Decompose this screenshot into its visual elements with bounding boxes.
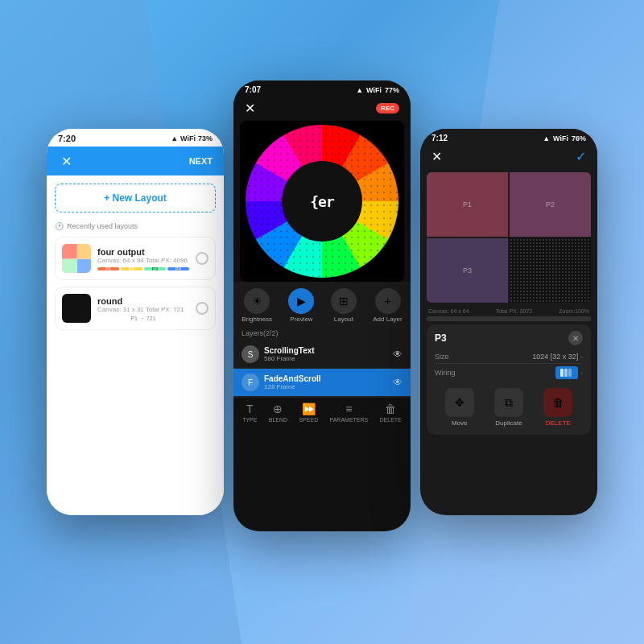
thumb-round xyxy=(62,294,91,323)
brightness-icon: ☀ xyxy=(244,288,270,314)
right-time: 7:12 xyxy=(431,134,448,142)
phones-container: 7:20 ▲ WiFi 73% ✕ NEXT + New Layout 🕐 Re… xyxy=(47,113,597,531)
zoom-level: Zoom:100% xyxy=(559,308,589,314)
layer-eye-fade[interactable]: 👁 xyxy=(393,377,402,388)
wiring-value[interactable]: › xyxy=(555,366,583,379)
layer-fade-scroll[interactable]: F FadeAndScroll 128 Frame 👁 xyxy=(233,369,411,397)
layer-scrolling-text[interactable]: S ScrollingText 580 Frame 👁 xyxy=(233,341,411,369)
led-display: {er xyxy=(240,121,404,282)
layout-name-round: round xyxy=(97,296,189,306)
right-status-icons: ▲ WiFi 76% xyxy=(543,134,586,142)
parameters-icon: ≡ xyxy=(345,402,352,415)
toolbar-preview[interactable]: ▶ Preview xyxy=(288,288,314,323)
total-px: Total PX: 3072 xyxy=(496,308,533,314)
layout-radio-round[interactable] xyxy=(196,302,208,315)
color-bar-p1: P1 xyxy=(97,267,119,270)
toolbar-row: ☀ Brightness ▶ Preview ⊞ Layout + Add La… xyxy=(233,282,411,326)
mid-top-bar: ✕ REC xyxy=(233,97,411,121)
type-label: TYPE xyxy=(242,417,257,423)
canvas-scrollbar[interactable] xyxy=(427,316,591,321)
preview-label: Preview xyxy=(290,316,312,323)
mid-time: 7:07 xyxy=(245,85,261,94)
color-bar-p2: P2 xyxy=(121,267,142,270)
color-bar-p4: P4 xyxy=(167,267,189,270)
svg-rect-0 xyxy=(560,369,564,377)
right-status-bar: 7:12 ▲ WiFi 76% xyxy=(420,129,597,146)
add-layer-label: Add Layer xyxy=(373,316,402,323)
blend-label: BLEND xyxy=(269,417,287,423)
mid-bottom-nav: T TYPE ⊕ BLEND ⏩ SPEED ≡ PARAMETERS 🗑 DE… xyxy=(233,397,411,429)
size-value[interactable]: 1024 [32 x 32] › xyxy=(532,353,583,361)
toolbar-add-layer[interactable]: + Add Layer xyxy=(373,288,402,323)
brightness-label: Brightness xyxy=(242,316,272,323)
p3-panel: P3 ✕ Size 1024 [32 x 32] › Wiring xyxy=(427,324,591,435)
right-top-bar: ✕ ✓ xyxy=(420,146,597,169)
led-circle: {er xyxy=(246,125,398,278)
layout-item-four-output[interactable]: four output Canvas: 64 x 94 Total PX: 40… xyxy=(55,237,216,280)
next-button[interactable]: NEXT xyxy=(189,156,213,166)
right-check-button[interactable]: ✓ xyxy=(576,149,586,164)
panel-title: P3 xyxy=(435,332,447,344)
duplicate-button[interactable]: ⧉ Duplicate xyxy=(494,388,523,427)
layout-item-round[interactable]: round Canvas: 31 x 31 Total PX: 721 P1 →… xyxy=(55,287,216,330)
wiring-label: Wiring xyxy=(435,369,456,377)
led-text: {er xyxy=(310,193,334,210)
left-top-bar: ✕ NEXT xyxy=(47,147,224,175)
canvas-cell-p2: P2 xyxy=(510,172,591,237)
move-button[interactable]: ✥ Move xyxy=(445,388,474,427)
preview-icon: ▶ xyxy=(288,288,314,314)
nav-blend[interactable]: ⊕ BLEND xyxy=(269,402,287,423)
cell-p2-label: P2 xyxy=(546,200,555,208)
svg-rect-2 xyxy=(568,369,572,377)
layer-frames-fade: 128 Frame xyxy=(264,383,388,390)
add-layer-icon: + xyxy=(375,288,401,314)
layout-name-four: four output xyxy=(97,247,189,257)
left-close-button[interactable]: ✕ xyxy=(58,153,74,169)
layout-meta-four: Canvas: 64 x 94 Total PX: 4096 xyxy=(97,257,189,264)
toolbar-brightness[interactable]: ☀ Brightness xyxy=(242,288,272,323)
canvas-meta: Canvas: 64 x 64 Total PX: 3072 Zoom:100% xyxy=(420,306,597,316)
layer-icon-scrolling: S xyxy=(242,345,259,363)
canvas-cell-p1: P1 xyxy=(427,172,508,237)
left-time: 7:20 xyxy=(58,134,76,143)
nav-speed[interactable]: ⏩ SPEED xyxy=(299,402,318,423)
delete-button[interactable]: 🗑 DELETE xyxy=(543,388,572,427)
duplicate-icon: ⧉ xyxy=(494,388,523,417)
mid-status-icons: ▲ WiFi 77% xyxy=(356,86,399,94)
cell-p1-label: P1 xyxy=(463,200,472,208)
nav-parameters[interactable]: ≡ PARAMETERS xyxy=(330,402,369,423)
toolbar-layout[interactable]: ⊞ Layout xyxy=(331,288,357,323)
layout-radio-four[interactable] xyxy=(196,252,208,265)
right-close-button[interactable]: ✕ xyxy=(431,149,442,164)
layer-info-fade: FadeAndScroll 128 Frame xyxy=(264,374,388,390)
mid-battery: 77% xyxy=(385,86,399,94)
mid-close-button[interactable]: ✕ xyxy=(245,101,255,116)
wifi-icon: WiFi xyxy=(180,134,196,142)
panel-close-button[interactable]: ✕ xyxy=(568,331,583,345)
left-content: + New Layout 🕐 Recently used layouts fou… xyxy=(47,175,224,515)
nav-delete[interactable]: 🗑 DELETE xyxy=(380,402,402,423)
delete-icon: 🗑 xyxy=(543,388,572,417)
layer-frames-scrolling: 580 Frame xyxy=(264,355,388,362)
layout-info-round: round Canvas: 31 x 31 Total PX: 721 P1 →… xyxy=(97,296,189,321)
duplicate-label: Duplicate xyxy=(495,419,522,427)
speed-label: SPEED xyxy=(299,417,318,423)
wiring-row: Wiring › xyxy=(435,364,583,382)
led-inner: {er xyxy=(282,161,362,242)
delete-label-nav: DELETE xyxy=(380,417,402,423)
battery-text: 73% xyxy=(198,134,213,142)
layout-info-four: four output Canvas: 64 x 94 Total PX: 40… xyxy=(97,247,189,270)
nav-type[interactable]: T TYPE xyxy=(242,402,257,423)
delete-icon-nav: 🗑 xyxy=(385,402,396,415)
size-row: Size 1024 [32 x 32] › xyxy=(435,350,583,364)
parameters-label: PARAMETERS xyxy=(330,417,369,423)
delete-label: DELETE xyxy=(546,419,571,427)
mid-signal-icon: ▲ xyxy=(356,86,363,94)
color-bars: P1 P2 P3 P4 xyxy=(97,267,189,270)
rec-badge: REC xyxy=(376,103,399,114)
layer-eye-scrolling[interactable]: 👁 xyxy=(393,349,402,360)
size-label: Size xyxy=(435,353,449,361)
canvas-cell-p3: P3 xyxy=(427,238,508,303)
cell-p3-label: P3 xyxy=(463,266,472,275)
new-layout-button[interactable]: + New Layout xyxy=(55,184,216,213)
